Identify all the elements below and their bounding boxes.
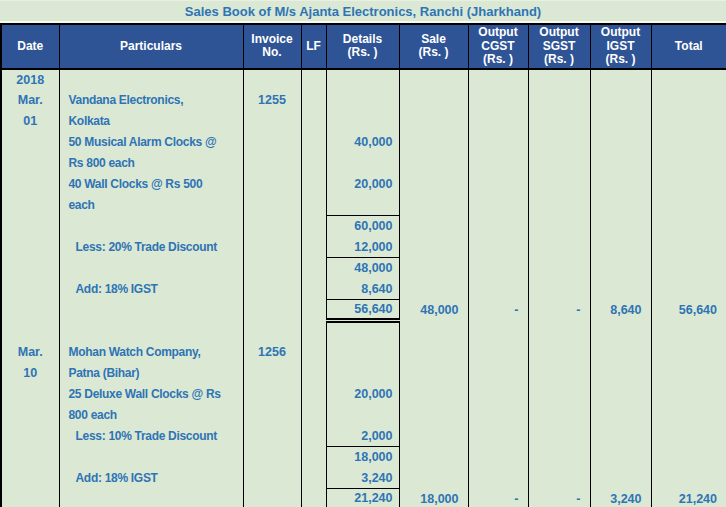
cell-sgst: [528, 69, 590, 90]
cell-cgst: [468, 174, 528, 195]
cell-invoice: [243, 405, 301, 426]
cell-particulars: [59, 321, 243, 342]
cell-date: [1, 279, 59, 300]
cell-particulars: 50 Musical Alarm Clocks @: [59, 132, 243, 153]
cell-sale: [399, 321, 468, 342]
cell-lf: [301, 405, 326, 426]
cell-lf: [301, 153, 326, 174]
cell-sgst: [528, 216, 590, 237]
cell-particulars: [59, 216, 243, 237]
cell-sgst: [528, 258, 590, 279]
cell-sale: [399, 342, 468, 363]
cell-date: [1, 384, 59, 405]
cell-sgst: [528, 279, 590, 300]
cell-igst: [590, 468, 651, 489]
table-row: 50 Musical Alarm Clocks @40,000: [1, 132, 726, 153]
cell-sgst: [528, 384, 590, 405]
cell-total: [651, 237, 726, 258]
cell-date: [1, 237, 59, 258]
cell-sgst: [528, 132, 590, 153]
cell-total: [651, 426, 726, 447]
cell-sale: [399, 111, 468, 132]
cell-igst: [590, 153, 651, 174]
header-cell-lf: LF: [301, 24, 326, 69]
cell-sgst: [528, 468, 590, 489]
cell-date: 2018: [1, 69, 59, 90]
cell-details: [326, 405, 399, 426]
cell-sale: [399, 405, 468, 426]
cell-igst: [590, 258, 651, 279]
cell-sale: [399, 237, 468, 258]
cell-invoice: [243, 489, 301, 507]
sales-book-document: Sales Book of M/s Ajanta Electronics, Ra…: [0, 0, 726, 507]
table-row: Rs 800 each: [1, 153, 726, 174]
cell-igst: [590, 195, 651, 216]
cell-date: [1, 405, 59, 426]
cell-particulars: Less: 10% Trade Discount: [59, 426, 243, 447]
cell-lf: [301, 342, 326, 363]
cell-sgst: [528, 111, 590, 132]
cell-lf: [301, 321, 326, 342]
cell-details: [326, 90, 399, 111]
cell-lf: [301, 384, 326, 405]
table-row: Less: 10% Trade Discount2,000: [1, 426, 726, 447]
table-header: DateParticularsInvoice No.LFDetails (Rs.…: [1, 24, 726, 69]
cell-sale: [399, 447, 468, 468]
cell-total: [651, 69, 726, 90]
cell-invoice: [243, 132, 301, 153]
cell-invoice: [243, 279, 301, 300]
table-row: 18,000: [1, 447, 726, 468]
cell-cgst: [468, 111, 528, 132]
header-cell-details: Details (Rs. ): [326, 24, 399, 69]
cell-particulars: Add: 18% IGST: [59, 468, 243, 489]
cell-sale: [399, 69, 468, 90]
cell-date: [1, 426, 59, 447]
cell-igst: [590, 426, 651, 447]
cell-details: 40,000: [326, 132, 399, 153]
cell-details: 18,000: [326, 447, 399, 468]
cell-particulars: [59, 258, 243, 279]
cell-sgst: -: [528, 489, 590, 507]
cell-sale: [399, 153, 468, 174]
cell-invoice: [243, 321, 301, 342]
cell-sgst: [528, 195, 590, 216]
cell-igst: [590, 216, 651, 237]
cell-total: [651, 174, 726, 195]
cell-total: [651, 132, 726, 153]
table-row: 21,24018,000--3,24021,240: [1, 489, 726, 507]
cell-sale: [399, 468, 468, 489]
cell-particulars: [59, 489, 243, 507]
cell-cgst: [468, 405, 528, 426]
cell-cgst: [468, 69, 528, 90]
cell-lf: [301, 363, 326, 384]
cell-sale: [399, 363, 468, 384]
table-row: 60,000: [1, 216, 726, 237]
table-row: 10Patna (Bihar): [1, 363, 726, 384]
table-row: Mar.Vandana Electronics,1255: [1, 90, 726, 111]
cell-igst: [590, 279, 651, 300]
cell-particulars: Mohan Watch Company,: [59, 342, 243, 363]
cell-igst: [590, 237, 651, 258]
cell-sale: 48,000: [399, 300, 468, 321]
table-row: [1, 321, 726, 342]
cell-sgst: [528, 426, 590, 447]
cell-details: [326, 363, 399, 384]
cell-total: [651, 468, 726, 489]
cell-igst: [590, 321, 651, 342]
cell-invoice: [243, 447, 301, 468]
cell-igst: [590, 405, 651, 426]
cell-details: [326, 195, 399, 216]
cell-date: [1, 321, 59, 342]
cell-particulars: Less: 20% Trade Discount: [59, 237, 243, 258]
cell-total: [651, 405, 726, 426]
header-cell-sgst: Output SGST (Rs. ): [528, 24, 590, 69]
cell-cgst: [468, 237, 528, 258]
cell-igst: [590, 447, 651, 468]
cell-lf: [301, 426, 326, 447]
header-cell-particulars: Particulars: [59, 24, 243, 69]
cell-sale: [399, 90, 468, 111]
cell-sgst: [528, 405, 590, 426]
cell-sale: [399, 384, 468, 405]
cell-invoice: [243, 363, 301, 384]
cell-date: [1, 132, 59, 153]
